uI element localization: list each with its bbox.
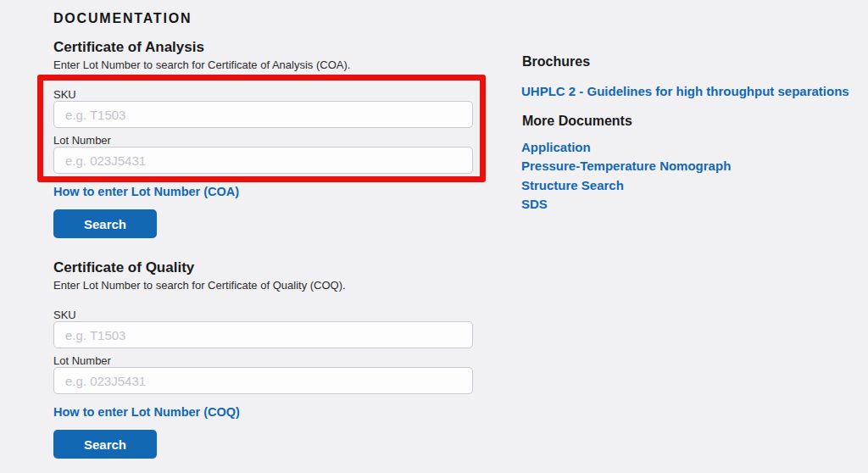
document-link-sds[interactable]: SDS bbox=[521, 195, 860, 214]
documentation-main-column: DOCUMENTATION Certificate of Analysis En… bbox=[53, 11, 473, 459]
brochure-link-uhplc2[interactable]: UHPLC 2 - Guidelines for high throughput… bbox=[521, 84, 860, 99]
coq-search-button[interactable]: Search bbox=[53, 430, 157, 459]
documentation-page: DOCUMENTATION Certificate of Analysis En… bbox=[0, 0, 868, 473]
document-link-pressure-temperature-nomograph[interactable]: Pressure-Temperature Nomograph bbox=[521, 157, 860, 175]
coa-sku-input[interactable] bbox=[53, 101, 473, 128]
coa-lot-number-input[interactable] bbox=[53, 147, 473, 174]
coq-sku-label: SKU bbox=[53, 309, 473, 321]
document-link-application[interactable]: Application bbox=[521, 138, 860, 157]
coa-search-button[interactable]: Search bbox=[53, 209, 157, 238]
coa-sku-label: SKU bbox=[53, 88, 473, 101]
coq-how-to-enter-lot-number-link[interactable]: How to enter Lot Number (COQ) bbox=[53, 405, 240, 419]
coa-lot-number-label: Lot Number bbox=[53, 134, 473, 147]
coq-section-description: Enter Lot Number to search for Certifica… bbox=[53, 279, 473, 292]
coa-section-heading: Certificate of Analysis bbox=[53, 39, 473, 56]
coq-section-heading: Certificate of Quality bbox=[53, 259, 473, 276]
document-link-structure-search[interactable]: Structure Search bbox=[521, 176, 860, 195]
coa-section-description: Enter Lot Number to search for Certifica… bbox=[53, 58, 473, 71]
coq-sku-input[interactable] bbox=[53, 321, 473, 348]
page-title: DOCUMENTATION bbox=[53, 11, 473, 26]
more-documents-heading: More Documents bbox=[521, 113, 860, 129]
coa-how-to-enter-lot-number-link[interactable]: How to enter Lot Number (COA) bbox=[53, 185, 239, 198]
more-documents-list: Application Pressure-Temperature Nomogra… bbox=[521, 138, 860, 214]
documents-sidebar: Brochures UHPLC 2 - Guidelines for high … bbox=[521, 53, 860, 214]
coq-lot-number-input[interactable] bbox=[53, 367, 473, 394]
brochures-heading: Brochures bbox=[521, 53, 860, 70]
coq-lot-number-label: Lot Number bbox=[53, 354, 473, 367]
